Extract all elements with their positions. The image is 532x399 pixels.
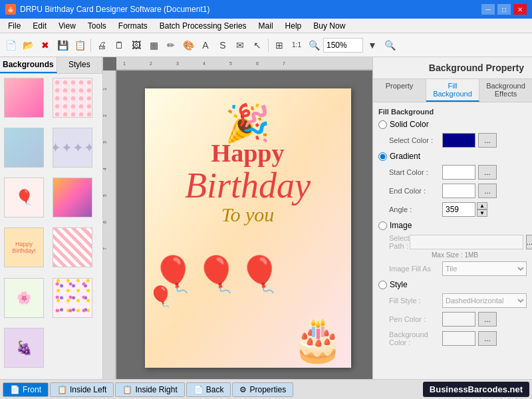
inside-right-label: Inside Right — [135, 385, 177, 394]
minimize-button[interactable]: ─ — [481, 4, 495, 15]
zoom-dropdown-button[interactable]: ▼ — [364, 37, 380, 53]
solid-color-radio[interactable] — [378, 120, 387, 129]
select-button[interactable]: ↖ — [249, 37, 265, 53]
close-btn[interactable]: ✖ — [37, 37, 53, 53]
bg-color-picker-btn[interactable]: … — [478, 331, 497, 346]
menu-mail[interactable]: Mail — [253, 20, 279, 32]
style-radio[interactable] — [378, 281, 387, 289]
fill-button[interactable]: 🎨 — [180, 37, 196, 53]
menu-formats[interactable]: Formats — [113, 20, 153, 32]
save-as-button[interactable]: 📋 — [72, 37, 88, 53]
barcode-button[interactable]: ▦ — [146, 37, 162, 53]
select-color-row: Select Color : … — [378, 133, 527, 148]
menu-help[interactable]: Help — [280, 20, 307, 32]
open-button[interactable]: 📂 — [20, 37, 36, 53]
menu-batch[interactable]: Batch Processing Series — [154, 20, 252, 32]
angle-up-btn[interactable]: ▲ — [477, 202, 487, 209]
bg-color-box[interactable] — [442, 331, 475, 346]
start-color-row: Start Color : … — [378, 165, 527, 180]
angle-input[interactable] — [442, 202, 475, 217]
image-radio[interactable] — [378, 221, 387, 230]
menu-buynow[interactable]: Buy Now — [308, 20, 350, 32]
close-button[interactable]: ✕ — [513, 4, 527, 15]
right-panel: Background Property Property Fill Backgr… — [372, 57, 532, 379]
toyou-text: To you — [221, 203, 275, 226]
tab-front[interactable]: 📄 Front — [3, 382, 49, 397]
svg-text:2: 2 — [103, 114, 107, 117]
menu-file[interactable]: File — [3, 20, 26, 32]
tab-backgrounds[interactable]: Backgrounds — [0, 57, 57, 73]
start-color-box[interactable] — [442, 165, 475, 180]
start-color-picker-btn[interactable]: … — [478, 165, 497, 180]
tab-fill-background[interactable]: Fill Background — [426, 79, 479, 102]
print-preview-button[interactable]: 🗒 — [111, 37, 127, 53]
happy-text: Happy — [211, 138, 285, 168]
inside-left-icon: 📋 — [57, 385, 67, 394]
gradient-radio[interactable] — [378, 152, 387, 161]
print-button[interactable]: 🖨 — [94, 37, 110, 53]
svg-text:5: 5 — [103, 194, 107, 197]
zoom-input[interactable] — [323, 38, 363, 53]
pen-color-box[interactable] — [442, 312, 475, 327]
tab-back[interactable]: 📄 Back — [186, 382, 231, 397]
bg-thumb-8[interactable] — [53, 227, 92, 267]
solid-color-picker-btn[interactable]: … — [478, 133, 497, 148]
fill-style-label: Fill Style : — [389, 297, 442, 305]
angle-down-btn[interactable]: ▼ — [477, 209, 487, 217]
tab-inside-right[interactable]: 📋 Inside Right — [115, 382, 184, 397]
angle-row: Angle : ▲ ▼ — [378, 202, 527, 217]
menu-view[interactable]: View — [53, 20, 81, 32]
gradient-row: Gradient — [378, 152, 527, 161]
fill-style-row: Fill Style : DashedHorizontal SolidHoriz… — [378, 293, 527, 308]
mail-button[interactable]: ✉ — [232, 37, 248, 53]
angle-label: Angle : — [389, 205, 442, 213]
image-fill-select[interactable]: Tile Stretch Center — [442, 261, 527, 276]
end-color-row: End Color : … — [378, 184, 527, 198]
wordart-button[interactable]: S — [215, 37, 231, 53]
svg-text:7: 7 — [283, 61, 285, 66]
window-controls: ─ □ ✕ — [481, 4, 527, 15]
zoom-in-button[interactable]: 🔍 — [306, 37, 322, 53]
solid-color-box[interactable] — [442, 133, 475, 148]
bg-thumb-7[interactable]: Happy Birthday! — [4, 227, 44, 267]
bg-thumb-6[interactable] — [53, 178, 92, 217]
bg-color-label: Background Color : — [389, 331, 442, 346]
bg-thumb-2[interactable] — [53, 78, 92, 118]
bg-thumb-3[interactable] — [4, 128, 44, 168]
brand-name: BusinessBarcodes — [430, 384, 507, 394]
bg-thumb-10[interactable] — [53, 278, 92, 318]
image-button[interactable]: 🖼 — [128, 37, 144, 53]
text-button[interactable]: A — [198, 37, 213, 53]
bg-thumb-5[interactable]: 🎈 — [4, 178, 44, 217]
svg-text:1: 1 — [123, 61, 126, 66]
bg-thumb-9[interactable]: 🌸 — [4, 278, 44, 318]
end-color-box[interactable] — [442, 184, 475, 198]
pen-color-picker-btn[interactable]: … — [478, 312, 497, 327]
new-button[interactable]: 📄 — [3, 37, 19, 53]
menu-edit[interactable]: Edit — [27, 20, 52, 32]
path-input[interactable] — [410, 235, 523, 249]
select-color-label: Select Color : — [389, 136, 442, 144]
ratio-button[interactable]: 1:1 — [289, 37, 305, 53]
zoom-out-button[interactable]: 🔍 — [382, 37, 398, 53]
svg-text:6: 6 — [103, 221, 107, 223]
end-color-picker-btn[interactable]: … — [478, 184, 497, 198]
tab-properties[interactable]: ⚙ Properties — [232, 382, 293, 397]
fill-style-select[interactable]: DashedHorizontal SolidHorizontal — [442, 293, 527, 308]
tab-property[interactable]: Property — [373, 79, 426, 102]
tab-styles[interactable]: Styles — [57, 57, 102, 73]
bg-thumb-4[interactable]: ✦✦✦✦ — [53, 128, 92, 168]
maximize-button[interactable]: □ — [497, 4, 511, 15]
svg-text:2: 2 — [150, 61, 152, 66]
tab-inside-left[interactable]: 📋 Inside Left — [50, 382, 114, 397]
bg-thumb-11[interactable]: 🍇 — [4, 328, 44, 368]
menu-tools[interactable]: Tools — [82, 20, 112, 32]
extra-balloon: 🎈 — [148, 285, 173, 308]
path-picker-btn[interactable]: … — [526, 235, 532, 249]
start-color-label: Start Color : — [389, 168, 442, 176]
save-button[interactable]: 💾 — [55, 37, 70, 53]
draw-button[interactable]: ✏ — [163, 37, 179, 53]
bg-thumb-1[interactable] — [4, 78, 44, 118]
grid-button[interactable]: ⊞ — [271, 37, 287, 53]
tab-bg-effects[interactable]: Background Effects — [479, 79, 532, 102]
